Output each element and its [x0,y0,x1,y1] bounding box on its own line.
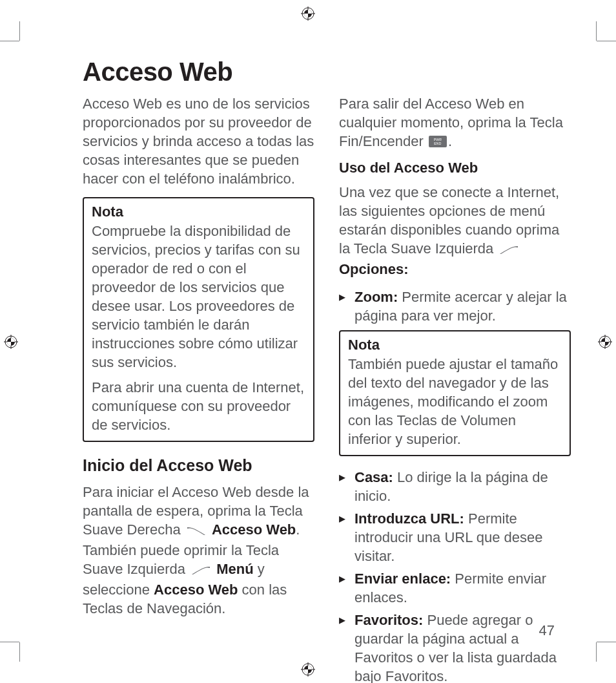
text: . [448,133,452,149]
crop-tick [0,642,19,642]
registration-mark-right [598,335,612,349]
registration-mark-left [4,335,18,349]
note-paragraph: Para abrir una cuenta de Internet, comun… [92,378,305,434]
softkey-left-icon [498,241,519,260]
options-list-continued: Casa: Lo dirige la la página de inicio. … [339,468,571,683]
text: Una vez que se conecte a Internet, las s… [339,184,559,257]
bold-text: Enviar enlace: [354,571,451,587]
note-paragraph: Compruebe la disponibilidad de servicios… [92,222,305,372]
end-power-key-icon [429,136,447,147]
bold-text: Introduzca URL: [354,510,464,527]
bold-text: Opciones: [339,261,409,277]
list-item-zoom: Zoom: Permite acercar y alejar la página… [339,288,571,325]
exit-paragraph: Para salir del Acceso Web en cualquier m… [339,94,571,151]
note-box-2: Nota También puede ajustar el tamaño del… [339,330,571,456]
registration-mark-top [301,6,315,21]
use-paragraph: Una vez que se conecte a Internet, las s… [339,183,571,278]
crop-tick [597,41,616,41]
column-right: Para salir del Acceso Web en cualquier m… [339,94,571,683]
crop-tick [597,642,616,642]
bold-text: Acceso Web [212,521,296,538]
bold-text: Acceso Web [154,582,238,598]
crop-tick [596,642,597,662]
start-paragraph: Para iniciar el Acceso Web desde la pant… [83,483,314,618]
crop-tick [19,21,20,41]
list-item-enviar: Enviar enlace: Permite enviar enlaces. [339,569,571,607]
bold-text: Favoritos: [354,612,423,628]
crop-tick [0,41,19,41]
list-item-url: Introduzca URL: Permite introducir una U… [339,509,571,565]
note-box-1: Nota Compruebe la disponibilidad de serv… [83,197,314,442]
intro-paragraph: Acceso Web es uno de los servicios propo… [83,94,314,188]
note-title: Nota [92,204,305,220]
list-item-casa: Casa: Lo dirige la la página de inicio. [339,468,571,505]
section-heading-inicio: Inicio del Acceso Web [83,456,314,475]
bold-text: Zoom: [354,289,398,305]
crop-tick [19,642,20,662]
bold-text: Casa: [354,469,393,485]
note-paragraph: También puede ajustar el tamaño del text… [348,355,562,448]
page-content: Acceso Web Acceso Web es uno de los serv… [45,42,571,631]
bold-text: Menú [216,561,253,577]
page-number: 47 [539,622,555,639]
page-title: Acceso Web [83,58,571,87]
columns: Acceso Web es uno de los servicios propo… [45,94,571,683]
crop-tick [596,21,597,41]
list-item-favoritos: Favoritos: Puede agregar o guardar la pá… [339,611,571,683]
subsection-heading-uso: Uso del Acceso Web [339,160,571,176]
column-left: Acceso Web es uno de los servicios propo… [83,94,314,683]
options-list: Zoom: Permite acercar y alejar la página… [339,288,571,325]
softkey-right-icon [186,522,207,541]
softkey-left-icon [190,562,211,580]
note-title: Nota [348,337,562,353]
